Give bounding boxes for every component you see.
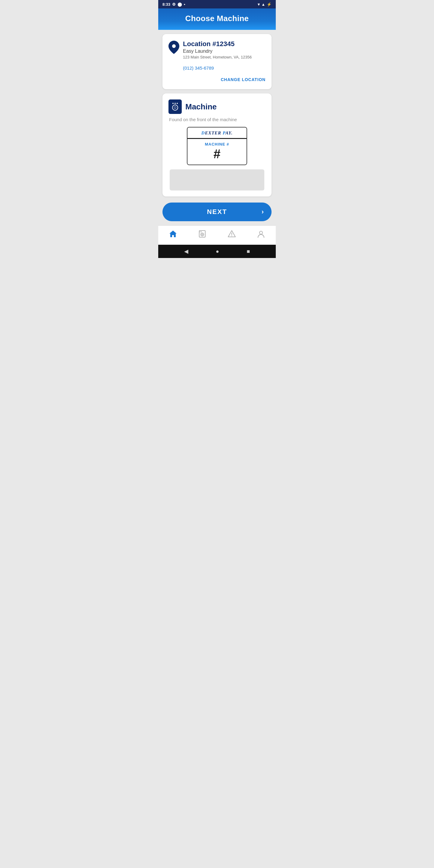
machine-title: Machine — [185, 102, 217, 112]
page-header: Choose Machine — [158, 8, 276, 30]
svg-point-4 — [201, 231, 202, 232]
nav-profile[interactable] — [247, 230, 276, 240]
status-time: 8:33 — [162, 2, 170, 7]
machine-card: Machine Found on the front of the machin… — [162, 93, 272, 196]
next-button-container: NEXT › — [158, 199, 276, 225]
svg-point-3 — [200, 231, 201, 232]
home-icon — [169, 230, 177, 240]
wifi-icon: ▾ — [258, 2, 260, 7]
battery-icon: ⚡ — [267, 2, 272, 7]
svg-point-6 — [231, 236, 232, 236]
location-phone: (012) 345-6789 — [183, 65, 266, 70]
change-location-row: CHANGE LOCATION — [168, 76, 266, 83]
bottom-navigation — [158, 225, 276, 245]
location-info: Location #12345 Easy Laundry 123 Main St… — [183, 40, 252, 59]
location-number: Location #12345 — [183, 40, 252, 48]
alert-icon — [227, 230, 236, 240]
change-location-button[interactable]: CHANGE LOCATION — [221, 76, 266, 83]
dexter-label-top: DEXTER PAY. — [187, 127, 247, 139]
dexter-label-bottom: MACHINE # # — [187, 139, 247, 164]
back-button[interactable]: ◀ — [184, 248, 188, 255]
status-right: ▾ ▲ ⚡ — [258, 2, 272, 7]
dexter-label-container: DEXTER PAY. MACHINE # # — [168, 127, 266, 165]
svg-point-2 — [202, 234, 203, 235]
svg-point-1 — [201, 233, 204, 236]
machine-hash: # — [191, 148, 243, 160]
main-content: Location #12345 Easy Laundry 123 Main St… — [158, 30, 276, 199]
machine-label-text: MACHINE # — [191, 142, 243, 147]
signal-icon: ▲ — [261, 2, 265, 7]
dexter-label: DEXTER PAY. MACHINE # # — [187, 127, 247, 165]
sdcard-icon: ▪ — [184, 2, 185, 7]
nav-machine[interactable] — [188, 230, 217, 240]
machine-nav-icon — [198, 230, 207, 240]
machine-header: Machine — [168, 99, 266, 114]
recents-button[interactable]: ■ — [247, 248, 250, 255]
next-arrow-icon: › — [261, 208, 264, 216]
svg-point-7 — [259, 231, 262, 234]
person-icon — [257, 230, 265, 240]
nav-home[interactable] — [158, 230, 188, 240]
settings-icon: ⚙ — [172, 2, 176, 7]
location-address: 123 Main Street, Hometown, VA, 12356 — [183, 55, 252, 59]
page-title: Choose Machine — [185, 14, 249, 23]
status-left: 8:33 ⚙ ⬤ ▪ — [162, 2, 185, 7]
circle-icon: ⬤ — [178, 2, 182, 7]
location-card: Location #12345 Easy Laundry 123 Main St… — [162, 34, 272, 89]
machine-number-input[interactable] — [170, 169, 264, 190]
location-pin-icon — [168, 41, 179, 56]
machine-subtitle: Found on the front of the machine — [169, 117, 266, 122]
washer-icon — [168, 99, 182, 114]
location-name: Easy Laundry — [183, 49, 252, 54]
next-button-label: NEXT — [207, 208, 227, 216]
status-bar: 8:33 ⚙ ⬤ ▪ ▾ ▲ ⚡ — [158, 0, 276, 8]
home-button[interactable]: ● — [216, 248, 219, 255]
location-header: Location #12345 Easy Laundry 123 Main St… — [168, 40, 266, 59]
dexter-brand-name: DEXTER PAY. — [191, 130, 243, 135]
android-nav-bar: ◀ ● ■ — [158, 245, 276, 258]
nav-alert[interactable] — [217, 230, 247, 240]
next-button[interactable]: NEXT › — [162, 203, 272, 221]
